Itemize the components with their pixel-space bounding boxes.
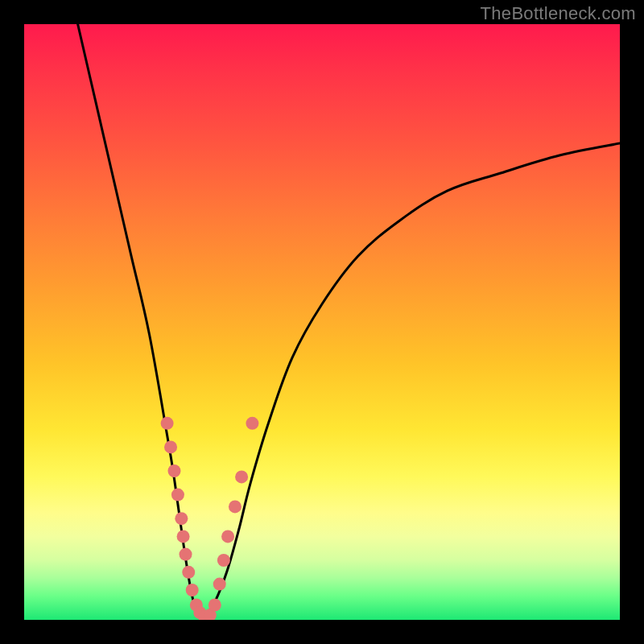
data-dot — [213, 578, 226, 591]
dots-group — [161, 417, 259, 620]
data-dot — [208, 599, 221, 612]
data-dot — [171, 489, 184, 502]
data-dot — [180, 548, 192, 561]
data-dot — [186, 584, 199, 597]
data-dot — [221, 530, 234, 543]
data-dot — [217, 554, 230, 567]
curve-right-arm — [203, 143, 620, 620]
curve-group — [78, 24, 620, 620]
data-dot — [167, 464, 180, 477]
data-dot — [177, 530, 190, 543]
data-dot — [182, 566, 195, 579]
data-dot — [161, 417, 174, 430]
data-dot — [164, 440, 177, 453]
chart-frame — [24, 24, 620, 620]
data-dot — [229, 500, 242, 513]
data-dot — [246, 417, 258, 430]
data-dot — [175, 512, 188, 525]
data-dot — [235, 470, 248, 483]
bottleneck-curve-svg — [24, 24, 620, 620]
watermark-text: TheBottleneck.com — [481, 3, 636, 24]
